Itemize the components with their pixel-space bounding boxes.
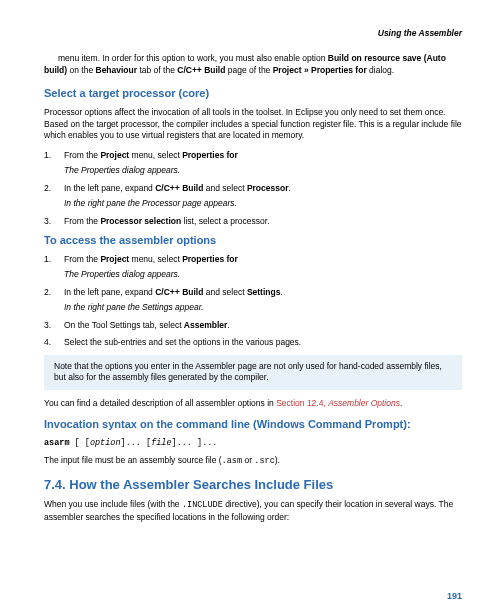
text: When you use include files (with the	[44, 499, 182, 509]
text: .	[280, 287, 282, 297]
link-section-italic[interactable]: Assembler Options	[328, 398, 400, 408]
text: tab of the	[137, 65, 177, 75]
ordered-list: In the left pane, expand C/C++ Build and…	[44, 287, 462, 298]
list-item: In the left pane, expand C/C++ Build and…	[44, 287, 462, 298]
paragraph: When you use include files (with the .IN…	[44, 499, 462, 523]
list-item: Select the sub-entries and set the optio…	[44, 337, 462, 348]
sub-note: The Properties dialog appears.	[44, 165, 462, 176]
bold: Properties for	[182, 254, 238, 264]
text: or	[242, 455, 254, 465]
ordered-list: On the Tool Settings tab, select Assembl…	[44, 320, 462, 349]
text: .	[288, 183, 290, 193]
paragraph: You can find a detailed description of a…	[44, 398, 462, 409]
bold: Processor selection	[100, 216, 181, 226]
sub-note: In the right pane the Processor page app…	[44, 198, 462, 209]
text: From the	[64, 254, 100, 264]
text: .	[227, 320, 229, 330]
text: menu item. In order for this option to w…	[58, 53, 328, 63]
bold: C/C++ Build	[155, 287, 203, 297]
text: page of the	[225, 65, 272, 75]
heading-invocation-syntax: Invocation syntax on the command line (W…	[44, 417, 462, 432]
text: ).	[275, 455, 280, 465]
ordered-list: In the left pane, expand C/C++ Build and…	[44, 183, 462, 194]
text: From the	[64, 216, 100, 226]
text: menu, select	[129, 150, 182, 160]
bold: Project	[100, 150, 129, 160]
sub-note: In the right pane the Settings appear.	[44, 302, 462, 313]
list-item: From the Processor selection list, selec…	[44, 216, 462, 227]
bold: Assembler	[184, 320, 227, 330]
text: In the left pane, expand	[64, 183, 155, 193]
heading-section-7-4: 7.4. How the Assembler Searches Include …	[44, 476, 462, 494]
text: From the	[64, 150, 100, 160]
bold: C/C++ Build	[177, 65, 225, 75]
sub-note: The Properties dialog appears.	[44, 269, 462, 280]
text: On the Tool Settings tab, select	[64, 320, 184, 330]
bold: Settings	[247, 287, 281, 297]
page-number: 191	[447, 590, 462, 602]
ordered-list: From the Project menu, select Properties…	[44, 254, 462, 265]
paragraph: The input file must be an assembly sourc…	[44, 455, 462, 467]
list-item: On the Tool Settings tab, select Assembl…	[44, 320, 462, 331]
list-item: From the Project menu, select Properties…	[44, 150, 462, 161]
bold: Project	[100, 254, 129, 264]
link-section[interactable]: Section 12.4,	[276, 398, 328, 408]
list-item: In the left pane, expand C/C++ Build and…	[44, 183, 462, 194]
ordered-list: From the Processor selection list, selec…	[44, 216, 462, 227]
text: and select	[203, 183, 246, 193]
text: [ [	[70, 438, 90, 448]
heading-assembler-options: To access the assembler options	[44, 233, 462, 248]
bold: Properties for	[182, 150, 238, 160]
text: list, select a processor.	[181, 216, 269, 226]
bold: C/C++ Build	[155, 183, 203, 193]
note-box: Note that the options you enter in the A…	[44, 355, 462, 390]
text: and select	[203, 287, 246, 297]
syntax-line: asarm [ [option]... [file]... ]...	[44, 438, 462, 449]
text: .	[400, 398, 402, 408]
mono: .src	[254, 456, 274, 466]
ordered-list: From the Project menu, select Properties…	[44, 150, 462, 161]
bold: Processor	[247, 183, 289, 193]
text: menu, select	[129, 254, 182, 264]
cmd-option: option	[90, 438, 121, 448]
text: ]... [	[121, 438, 152, 448]
text: ]... ]...	[172, 438, 218, 448]
list-item: From the Project menu, select Properties…	[44, 254, 462, 265]
text: The input file must be an assembly sourc…	[44, 455, 222, 465]
cmd-name: asarm	[44, 438, 70, 448]
bold: Behaviour	[96, 65, 138, 75]
heading-select-processor: Select a target processor (core)	[44, 86, 462, 101]
mono: .INCLUDE	[182, 500, 223, 510]
bold: Project » Properties for	[273, 65, 367, 75]
text: on the	[67, 65, 95, 75]
paragraph: Processor options affect the invocation …	[44, 107, 462, 141]
text: dialog.	[367, 65, 394, 75]
mono: .asm	[222, 456, 242, 466]
text: In the left pane, expand	[64, 287, 155, 297]
page-header: Using the Assembler	[44, 28, 462, 39]
cmd-file: file	[151, 438, 171, 448]
intro-paragraph: menu item. In order for this option to w…	[44, 53, 462, 76]
text: You can find a detailed description of a…	[44, 398, 276, 408]
